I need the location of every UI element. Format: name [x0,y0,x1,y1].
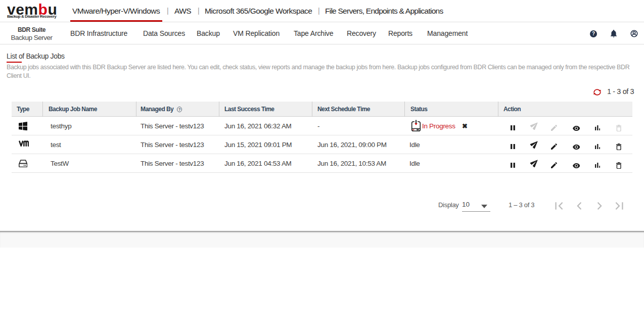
svg-text:?: ? [592,31,595,36]
